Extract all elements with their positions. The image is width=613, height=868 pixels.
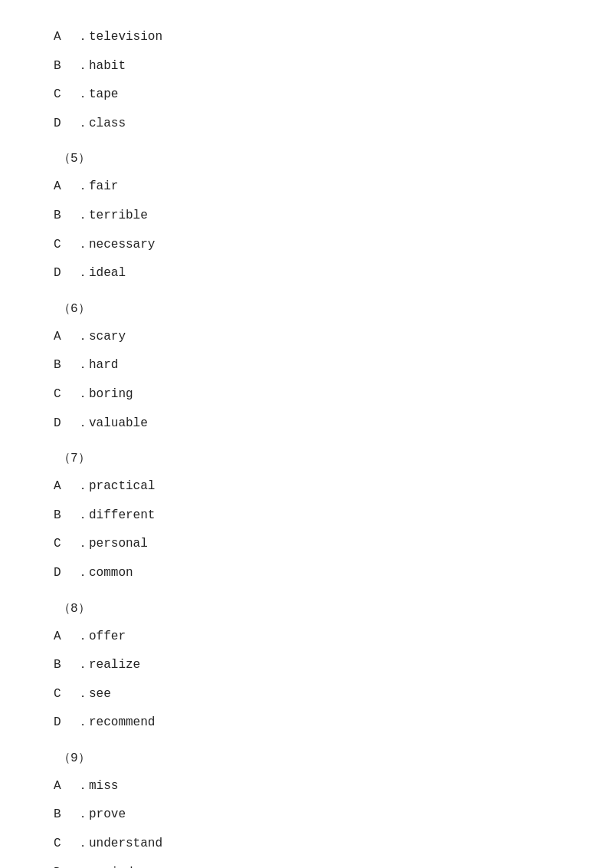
list-item: B ． realize xyxy=(54,651,559,680)
option-letter: A xyxy=(54,28,77,48)
question-number: （7） xyxy=(54,439,559,472)
list-item: C ． see xyxy=(54,680,559,709)
option-text: common xyxy=(89,564,133,584)
option-letter: A xyxy=(54,477,77,497)
option-letter: D xyxy=(54,264,77,284)
list-item: B ． terrible xyxy=(54,202,559,231)
option-text: offer xyxy=(89,627,126,647)
list-item: D ． common xyxy=(54,559,559,588)
option-text: ideal xyxy=(89,264,126,284)
option-letter: B xyxy=(54,57,77,77)
option-dot: ． xyxy=(77,57,89,77)
question-number: （6） xyxy=(54,290,559,323)
question-block-1: A ． television B ． habit C ． tape D ． cl… xyxy=(54,23,559,138)
option-dot: ． xyxy=(77,656,89,676)
question-block-6: （6） A ． scary B ． hard C ． boring D ． va… xyxy=(54,290,559,438)
list-item: A ． practical xyxy=(54,472,559,501)
option-letter: C xyxy=(54,85,77,105)
list-item: A ． miss xyxy=(54,772,559,801)
option-text: recommend xyxy=(89,713,155,733)
option-text: class xyxy=(89,114,126,134)
question-number: （8） xyxy=(54,590,559,623)
question-block-5: （5） A ． fair B ． terrible C ． necessary … xyxy=(54,140,559,288)
option-letter: A xyxy=(54,177,77,197)
option-letter: C xyxy=(54,385,77,405)
option-dot: ． xyxy=(77,414,89,434)
list-item: C ． personal xyxy=(54,530,559,559)
option-text: habit xyxy=(89,57,126,77)
option-dot: ． xyxy=(77,177,89,197)
question-number: （9） xyxy=(54,739,559,772)
list-item: B ． different xyxy=(54,501,559,531)
option-text: personal xyxy=(89,534,148,554)
list-item: C ． necessary xyxy=(54,231,559,260)
option-dot: ． xyxy=(77,327,89,347)
option-letter: D xyxy=(54,713,77,733)
option-text: fair xyxy=(89,177,118,197)
option-dot: ． xyxy=(77,777,89,797)
option-text: understand xyxy=(89,834,162,854)
option-letter: C xyxy=(54,834,77,854)
option-text: tape xyxy=(89,85,118,105)
list-item: B ． habit xyxy=(54,52,559,81)
question-number: （5） xyxy=(54,140,559,173)
option-letter: D xyxy=(54,114,77,134)
option-letter: B xyxy=(54,656,77,676)
option-letter: A xyxy=(54,327,77,347)
option-dot: ． xyxy=(77,506,89,526)
option-letter: B xyxy=(54,206,77,226)
option-dot: ． xyxy=(77,206,89,226)
option-dot: ． xyxy=(77,863,89,868)
page-content: A ． television B ． habit C ． tape D ． cl… xyxy=(0,0,613,868)
option-text: see xyxy=(89,685,111,705)
option-dot: ． xyxy=(77,235,89,255)
option-letter: D xyxy=(54,414,77,434)
option-letter: C xyxy=(54,235,77,255)
option-dot: ． xyxy=(77,564,89,584)
option-text: necessary xyxy=(89,235,155,255)
list-item: A ． scary xyxy=(54,323,559,352)
list-item: C ． boring xyxy=(54,380,559,409)
option-text: prove xyxy=(89,805,126,825)
list-item: B ． prove xyxy=(54,801,559,830)
option-text: hard xyxy=(89,356,118,376)
question-block-8: （8） A ． offer B ． realize C ． see D ． re… xyxy=(54,590,559,738)
list-item: D ． valuable xyxy=(54,409,559,439)
option-dot: ． xyxy=(77,85,89,105)
option-dot: ． xyxy=(77,713,89,733)
option-dot: ． xyxy=(77,534,89,554)
list-item: A ． television xyxy=(54,23,559,52)
option-dot: ． xyxy=(77,385,89,405)
option-text: remind xyxy=(89,863,133,868)
option-text: realize xyxy=(89,656,140,676)
option-text: different xyxy=(89,506,155,526)
question-block-7: （7） A ． practical B ． different C ． pers… xyxy=(54,439,559,587)
option-text: scary xyxy=(89,327,126,347)
option-letter: D xyxy=(54,863,77,868)
question-block-9: （9） A ． miss B ． prove C ． understand D … xyxy=(54,739,559,868)
option-dot: ． xyxy=(77,264,89,284)
option-letter: A xyxy=(54,777,77,797)
option-dot: ． xyxy=(77,805,89,825)
option-text: television xyxy=(89,28,162,48)
option-letter: C xyxy=(54,685,77,705)
option-dot: ． xyxy=(77,114,89,134)
option-text: terrible xyxy=(89,206,148,226)
option-letter: D xyxy=(54,564,77,584)
option-dot: ． xyxy=(77,356,89,376)
list-item: D ． remind xyxy=(54,859,559,868)
list-item: D ． class xyxy=(54,110,559,139)
list-item: D ． ideal xyxy=(54,259,559,288)
list-item: A ． fair xyxy=(54,173,559,202)
option-text: miss xyxy=(89,777,118,797)
option-text: valuable xyxy=(89,414,148,434)
list-item: D ． recommend xyxy=(54,709,559,738)
option-dot: ． xyxy=(77,685,89,705)
option-dot: ． xyxy=(77,28,89,48)
option-dot: ． xyxy=(77,834,89,854)
option-letter: B xyxy=(54,805,77,825)
list-item: A ． offer xyxy=(54,623,559,652)
option-letter: C xyxy=(54,534,77,554)
option-text: practical xyxy=(89,477,155,497)
option-dot: ． xyxy=(77,477,89,497)
